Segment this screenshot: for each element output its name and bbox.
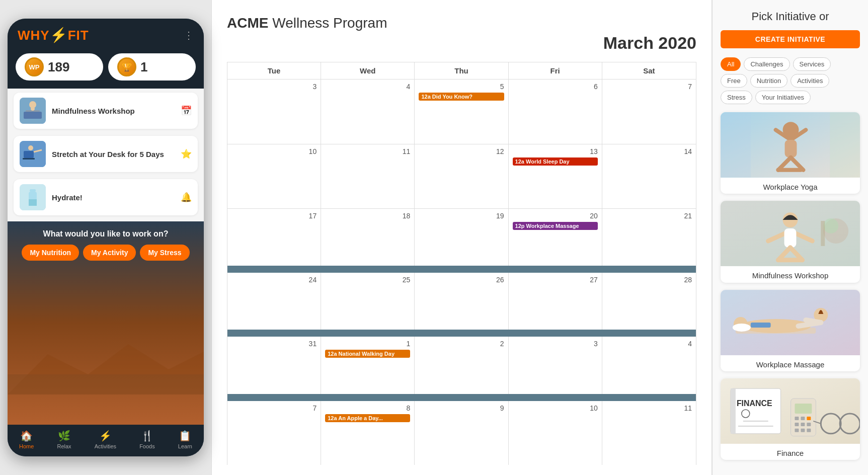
cal-cell-apr8: 8 12a An Apple a Day... <box>321 401 415 465</box>
filter-challenges[interactable]: Challenges <box>744 57 790 71</box>
event-workplace-massage[interactable]: 12p Workplace Massage <box>513 222 598 230</box>
trophy-badge: 🏆 1 <box>108 53 196 81</box>
svg-line-44 <box>806 320 821 323</box>
cal-cell-25: 25 <box>321 273 415 330</box>
svg-rect-57 <box>807 417 811 420</box>
filter-nutrition[interactable]: Nutrition <box>750 74 787 88</box>
filter-your-initiatives[interactable]: Your Initiatives <box>755 91 811 104</box>
menu-dots-icon[interactable]: ⋮ <box>184 29 194 41</box>
mindfulness-image <box>721 201 860 266</box>
learn-icon: 📋 <box>179 430 191 442</box>
footer-home[interactable]: 🏠 Home <box>19 430 34 449</box>
cal-cell-17: 17 <box>227 209 321 266</box>
activity-thumb-stretch <box>20 141 46 167</box>
footer-relax[interactable]: 🌿 Relax <box>57 430 71 449</box>
activity-card-mindfulness[interactable]: Mindfulness Workshop 📅 <box>14 93 198 129</box>
cal-cell-4: 4 <box>321 80 415 144</box>
cal-cell-apr4: 4 <box>602 337 696 394</box>
cal-week-4-group: 24 25 26 27 28 <box>227 273 696 337</box>
cal-week-5-group: 31 1 12a National Walking Day 2 3 4 <box>227 337 696 401</box>
svg-rect-60 <box>807 423 811 426</box>
svg-rect-30 <box>784 228 797 248</box>
svg-rect-58 <box>795 423 799 426</box>
massage-image <box>721 290 860 355</box>
wp-icon: WP <box>25 57 44 76</box>
svg-rect-63 <box>807 429 811 432</box>
app-logo: WHY⚡FIT <box>18 27 89 43</box>
activity-title-stretch: Stretch at Your Desk for 5 Days <box>52 150 175 159</box>
cal-cell-3: 3 <box>227 80 321 144</box>
activity-thumb-hydrate <box>20 184 46 210</box>
svg-rect-56 <box>801 417 805 420</box>
cal-week-4: 24 25 26 27 28 <box>227 273 696 330</box>
svg-rect-48 <box>731 388 736 434</box>
svg-rect-24 <box>721 112 751 178</box>
cal-cell-20: 20 12p Workplace Massage <box>509 209 602 266</box>
cal-head-sat: Sat <box>602 62 696 79</box>
my-stress-button[interactable]: My Stress <box>140 245 189 261</box>
cal-cell-27: 27 <box>509 273 602 330</box>
initiatives-title: Pick Initiative or <box>721 10 860 23</box>
initiative-card-finance[interactable]: FINANCE <box>721 378 860 460</box>
cal-cell-5: 5 12a Did You Know? <box>415 80 508 144</box>
event-national-walking-day[interactable]: 12a National Walking Day <box>325 350 410 358</box>
relax-label: Relax <box>57 443 71 449</box>
svg-point-41 <box>733 323 751 331</box>
cal-cell-24: 24 <box>227 273 321 330</box>
cal-divider-2 <box>227 330 696 337</box>
cal-head-wed: Wed <box>321 62 415 79</box>
activity-card-hydrate[interactable]: Hydrate! 🔔 <box>14 179 198 215</box>
foods-icon: 🍴 <box>141 430 153 442</box>
svg-point-8 <box>28 145 33 150</box>
phone-panel: WHY⚡FIT ⋮ WP 189 🏆 1 <box>0 0 211 475</box>
mindfulness-label: Mindfulness Workshop <box>721 266 860 282</box>
cal-cell-28: 28 <box>602 273 696 330</box>
initiative-card-yoga[interactable]: Workplace Yoga <box>721 112 860 194</box>
filter-services[interactable]: Services <box>793 57 831 71</box>
cal-week-3-group: 17 18 19 20 12p Workplace Massage 21 <box>227 208 696 273</box>
footer-foods[interactable]: 🍴 Foods <box>139 430 155 449</box>
event-did-you-know[interactable]: 12a Did You Know? <box>419 93 504 101</box>
filter-free[interactable]: Free <box>721 74 747 88</box>
cal-head-fri: Fri <box>509 62 602 79</box>
svg-rect-15 <box>8 374 204 394</box>
my-nutrition-button[interactable]: My Nutrition <box>22 245 79 261</box>
work-on-section: What would you like to work on? My Nutri… <box>8 221 204 425</box>
initiative-card-mindfulness[interactable]: Mindfulness Workshop <box>721 201 860 282</box>
program-name: ACME <box>227 15 268 31</box>
svg-text:FINANCE: FINANCE <box>737 399 772 408</box>
footer-learn[interactable]: 📋 Learn <box>178 430 192 449</box>
svg-rect-55 <box>795 417 799 420</box>
activity-card-stretch[interactable]: Stretch at Your Desk for 5 Days ⭐ <box>14 136 198 172</box>
svg-rect-20 <box>785 140 797 157</box>
cal-cell-11: 11 <box>321 144 415 209</box>
footer-activities[interactable]: ⚡ Activities <box>95 430 116 449</box>
calendar-grid-wrapper: Tue Wed Thu Fri Sat 3 4 5 12a Did You Kn… <box>227 62 696 465</box>
cal-cell-apr7: 7 <box>227 401 321 465</box>
relax-icon: 🌿 <box>58 430 70 442</box>
activity-title-hydrate: Hydrate! <box>52 193 175 202</box>
initiative-card-massage[interactable]: Workplace Massage <box>721 290 860 371</box>
cal-week-6-group: 7 8 12a An Apple a Day... 9 10 11 <box>227 401 696 465</box>
my-activity-button[interactable]: My Activity <box>83 245 136 261</box>
points-row: WP 189 🏆 1 <box>8 48 204 89</box>
create-initiative-button[interactable]: CREATE INITIATIVE <box>721 30 860 48</box>
bell-icon: 🔔 <box>181 192 192 203</box>
cal-cell-apr2: 2 <box>415 337 508 394</box>
cal-week-6: 7 8 12a An Apple a Day... 9 10 11 <box>227 401 696 465</box>
phone-header: WHY⚡FIT ⋮ <box>8 19 204 48</box>
filter-stress[interactable]: Stress <box>721 91 752 104</box>
home-icon: 🏠 <box>20 430 33 442</box>
calendar-panel: ACME Wellness Program March 2020 Tue Wed… <box>211 0 712 475</box>
svg-rect-25 <box>830 112 860 178</box>
filter-activities[interactable]: Activities <box>791 74 829 88</box>
activity-thumb-mindfulness <box>20 98 46 124</box>
filter-all[interactable]: All <box>721 57 741 71</box>
cal-head-thu: Thu <box>415 62 508 79</box>
calendar-month: March 2020 <box>227 33 696 53</box>
finance-label: Finance <box>721 444 860 460</box>
event-world-sleep-day[interactable]: 12a World Sleep Day <box>513 157 598 166</box>
event-apple-a-day[interactable]: 12a An Apple a Day... <box>325 414 410 422</box>
cal-week-2: 10 11 12 13 12a World Sleep Day 14 <box>227 144 696 209</box>
svg-rect-36 <box>821 221 825 246</box>
